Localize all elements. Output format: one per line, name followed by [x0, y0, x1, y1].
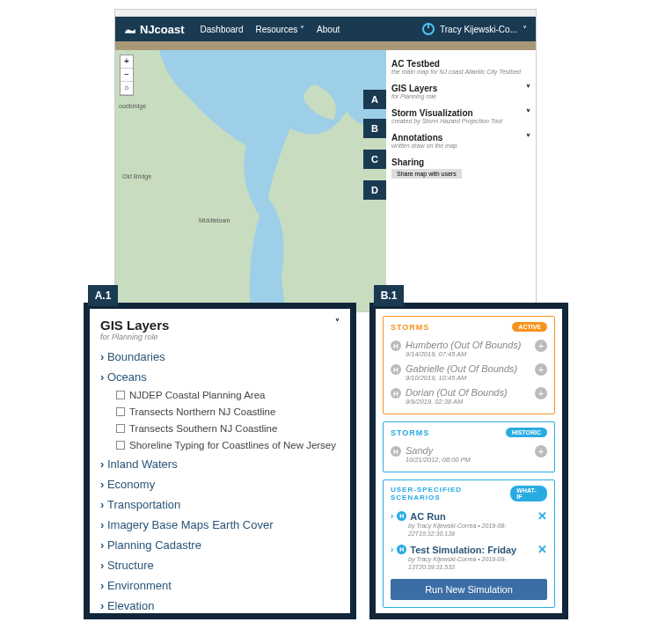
- badge-d: D: [363, 180, 386, 200]
- main-area: + − ⌂ Old Bridge Middletown oodbridge AC…: [115, 50, 536, 311]
- cat-boundaries[interactable]: Boundaries: [100, 347, 340, 367]
- scenarios-box: USER-SPECIFIED SCENARIOS WHAT-IF › H AC …: [383, 479, 555, 608]
- storm-viz-panel: STORMS ACTIVE H Humberto (Out Of Bounds)…: [369, 303, 568, 619]
- share-button[interactable]: Share map with users: [391, 169, 462, 179]
- chevron-down-icon[interactable]: ˅: [335, 318, 340, 333]
- panel-gis[interactable]: GIS Layers for Planning role ˅: [391, 80, 530, 105]
- active-pill: ACTIVE: [512, 322, 547, 332]
- layer-item[interactable]: Transects Northern NJ Coastline: [100, 404, 340, 421]
- zoom-home-button[interactable]: ⌂: [121, 82, 133, 95]
- storm-icon: H: [391, 388, 401, 399]
- storm-title: Storm Visualization: [391, 108, 502, 118]
- storm-icon: H: [391, 340, 401, 351]
- checkbox-icon[interactable]: [116, 424, 125, 433]
- historic-pill: HISTORIC: [506, 428, 547, 437]
- sharing-title: Sharing: [391, 157, 530, 167]
- cat-economy[interactable]: Economy: [100, 474, 340, 494]
- panel-storm[interactable]: Storm Visualization created by Storm Haz…: [391, 105, 530, 129]
- wave-icon: [124, 23, 136, 35]
- badge-b: B: [363, 119, 386, 138]
- app-window: NJcoast Dashboard Resources ˅ About Trac…: [114, 9, 537, 312]
- badge-a1: A.1: [88, 285, 118, 306]
- zoom-out-button[interactable]: −: [121, 69, 133, 82]
- map-label-middletown: Middletown: [199, 217, 230, 223]
- side-panel: AC Testbed the main map for NJ coast Atl…: [386, 50, 536, 311]
- active-storms-box: STORMS ACTIVE H Humberto (Out Of Bounds)…: [383, 316, 555, 414]
- browser-chrome: [115, 10, 536, 17]
- add-storm-button[interactable]: +: [535, 363, 547, 376]
- map-canvas[interactable]: + − ⌂ Old Bridge Middletown oodbridge: [115, 50, 386, 311]
- chevron-right-icon[interactable]: ›: [391, 511, 393, 521]
- delete-scenario-button[interactable]: ✕: [537, 543, 547, 556]
- scenario-row: › H Test Simulation: Friday ✕ by Tracy K…: [391, 540, 547, 574]
- map-zoom-controls: + − ⌂: [120, 55, 134, 96]
- cat-oceans[interactable]: Oceans: [100, 367, 340, 387]
- map-svg: [115, 50, 386, 311]
- storms-label: STORMS: [391, 323, 429, 332]
- nav-user[interactable]: Tracy Kijewski-Co... ˅: [422, 23, 527, 35]
- user-name: Tracy Kijewski-Co...: [440, 25, 517, 34]
- storm-row: H Dorian (Out Of Bounds)9/9/2019, 02:38 …: [391, 384, 547, 408]
- storm-icon: H: [391, 446, 401, 457]
- top-nav: NJcoast Dashboard Resources ˅ About Trac…: [115, 17, 536, 41]
- storm-row: H Gabrielle (Out Of Bounds)9/10/2019, 10…: [391, 361, 547, 384]
- historic-storms-box: STORMS HISTORIC H Sandy10/21/2012, 08:00…: [383, 421, 555, 472]
- cat-transport[interactable]: Transportation: [100, 494, 340, 515]
- delete-scenario-button[interactable]: ✕: [537, 509, 547, 523]
- cat-structure[interactable]: Structure: [100, 555, 340, 575]
- nav-about[interactable]: About: [317, 25, 340, 34]
- panel-testbed: AC Testbed the main map for NJ coast Atl…: [391, 55, 530, 80]
- storm-row: H Humberto (Out Of Bounds)9/14/2019, 07:…: [391, 337, 547, 361]
- hero-banner: [115, 41, 536, 50]
- add-storm-button[interactable]: +: [535, 445, 547, 457]
- checkbox-icon[interactable]: [116, 407, 125, 416]
- power-icon: [422, 23, 435, 35]
- add-storm-button[interactable]: +: [535, 340, 547, 352]
- whatif-pill: WHAT-IF: [510, 486, 547, 501]
- gis-title: GIS Layers: [391, 84, 437, 93]
- anno-title: Annotations: [391, 133, 457, 143]
- badge-b1: B.1: [374, 285, 404, 306]
- panel-annotations[interactable]: Annotations written draw on the map ˅: [391, 129, 530, 154]
- cat-elevation[interactable]: Elevation: [100, 596, 340, 616]
- nav-dashboard[interactable]: Dashboard: [201, 25, 244, 34]
- add-storm-button[interactable]: +: [535, 387, 547, 399]
- scenario-row: › H AC Run ✕ by Tracy Kijewski-Correa • …: [391, 507, 547, 540]
- chevron-right-icon[interactable]: ›: [391, 545, 393, 554]
- testbed-title: AC Testbed: [391, 59, 521, 69]
- map-label-oldbridge: Old Bridge: [122, 173, 151, 179]
- brand-text: NJcoast: [140, 23, 185, 36]
- badge-a: A: [363, 90, 386, 109]
- checkbox-icon[interactable]: [116, 391, 125, 399]
- layer-item[interactable]: Transects Southern NJ Coastline: [100, 421, 340, 437]
- nav-items: Dashboard Resources ˅ About: [201, 25, 340, 34]
- testbed-sub: the main map for NJ coast Atlantic City …: [391, 69, 521, 75]
- storm-row: H Sandy10/21/2012, 08:00 PM +: [391, 443, 547, 466]
- layer-item[interactable]: Shoreline Typing for Coastlines of New J…: [100, 437, 340, 454]
- chevron-down-icon: ˅: [526, 133, 530, 143]
- anno-sub: written draw on the map: [391, 143, 457, 149]
- scenario-icon: H: [397, 545, 406, 554]
- nav-resources[interactable]: Resources ˅: [256, 25, 305, 34]
- user-scenarios-label: USER-SPECIFIED SCENARIOS: [391, 486, 510, 501]
- chevron-down-icon: ˅: [523, 25, 527, 34]
- storm-sub: created by Storm Hazard Projection Tool: [391, 118, 502, 124]
- gis-layers-panel: GIS Layers ˅ for Planning role Boundarie…: [84, 303, 356, 619]
- cat-inland[interactable]: Inland Waters: [100, 454, 340, 474]
- checkbox-icon[interactable]: [116, 441, 125, 450]
- brand-logo[interactable]: NJcoast: [124, 23, 185, 36]
- cat-imagery[interactable]: Imagery Base Maps Earth Cover: [100, 515, 340, 535]
- layer-item[interactable]: NJDEP Coastal Planning Area: [100, 387, 340, 404]
- run-simulation-button[interactable]: Run New Simulation: [391, 579, 547, 600]
- storm-icon: H: [391, 364, 401, 375]
- a1-sub: for Planning role: [100, 333, 340, 341]
- cat-environment[interactable]: Environment: [100, 575, 340, 596]
- gis-sub: for Planning role: [391, 93, 437, 99]
- chevron-down-icon: ˅: [526, 108, 530, 118]
- panel-sharing: Sharing Share map with users: [391, 154, 530, 181]
- cat-cadastre[interactable]: Planning Cadastre: [100, 535, 340, 555]
- zoom-in-button[interactable]: +: [121, 55, 133, 69]
- badge-c: C: [363, 150, 386, 169]
- chevron-down-icon: ˅: [526, 84, 530, 93]
- scenario-icon: H: [397, 511, 406, 521]
